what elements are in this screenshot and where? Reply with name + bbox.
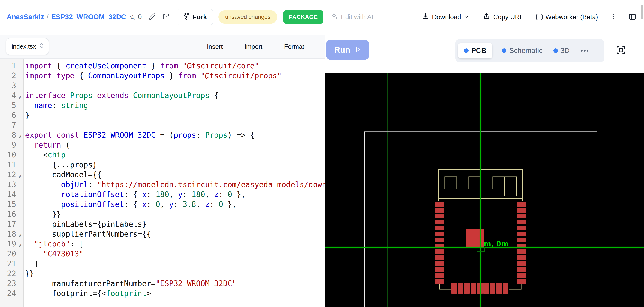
smd-pad-left[interactable] (435, 250, 444, 254)
code-line[interactable]: 15 positionOffset: { x: 0, y: 3.8, z: 0 … (0, 199, 325, 209)
smd-pad-bottom[interactable] (503, 283, 508, 294)
smd-pad-left[interactable] (435, 273, 444, 278)
tab-schematic[interactable]: Schematic (501, 46, 544, 55)
line-gutter[interactable]: 2 (0, 71, 24, 81)
line-gutter[interactable]: 14 (0, 190, 24, 199)
line-gutter[interactable]: 22 (0, 269, 24, 279)
smd-pad-left[interactable] (435, 214, 444, 219)
smd-pad-right[interactable] (517, 250, 526, 254)
menu-insert[interactable]: Insert (206, 43, 224, 50)
fork-button[interactable]: Fork (176, 9, 213, 25)
line-gutter[interactable]: 16 (0, 209, 24, 219)
pcb-canvas[interactable]: m, 0m (325, 73, 644, 307)
line-gutter[interactable]: 23 (0, 279, 24, 289)
line-gutter[interactable]: 11 (0, 160, 24, 170)
smd-pad-bottom[interactable] (458, 283, 463, 294)
line-gutter[interactable]: 8∨ (0, 130, 24, 140)
line-gutter[interactable]: 12∨ (0, 170, 24, 180)
code-line[interactable]: 5 name: string (0, 100, 325, 110)
smd-pad-bottom[interactable] (484, 283, 489, 294)
code-line[interactable]: 22}} (0, 269, 325, 279)
smd-pad-right[interactable] (517, 202, 526, 207)
code-line[interactable]: 9 return ( (0, 140, 325, 150)
line-gutter[interactable]: 13 (0, 180, 24, 190)
code-line[interactable]: 13 objUrl: "https://modelcdn.tscircuit.c… (0, 180, 325, 190)
smd-pad-right[interactable] (517, 232, 526, 236)
smd-pad-left[interactable] (435, 202, 444, 207)
code-line[interactable]: 19∨ "jlcpcb": [ (0, 239, 325, 249)
checkbox-icon[interactable] (536, 14, 542, 20)
line-gutter[interactable]: 3 (0, 81, 24, 91)
line-gutter[interactable]: 5 (0, 100, 24, 110)
tab-pcb[interactable]: PCB (458, 43, 492, 58)
smd-pad-bottom[interactable] (496, 283, 502, 294)
code-line[interactable]: 12∨ cadModel={{ (0, 170, 325, 180)
code-line[interactable]: 1import { createUseComponent } from "@ts… (0, 61, 325, 71)
menu-import[interactable]: Import (243, 43, 264, 50)
line-gutter[interactable]: 7 (0, 120, 24, 130)
code-line[interactable]: 21 ] (0, 259, 325, 269)
code-line[interactable]: 24 footprint={<footprint> (0, 289, 325, 299)
smd-pad-bottom[interactable] (451, 283, 457, 294)
smd-pad-right[interactable] (517, 273, 526, 278)
code-line[interactable]: 7 (0, 120, 325, 130)
line-gutter[interactable]: 18∨ (0, 229, 24, 239)
breadcrumb-owner-link[interactable]: AnasSarkiz (7, 13, 44, 21)
open-external-button[interactable] (162, 13, 170, 21)
page-scrollbar-thumb[interactable] (641, 5, 643, 19)
smd-pad-left[interactable] (435, 208, 444, 213)
smd-pad-right[interactable] (517, 220, 526, 225)
smd-pad-right[interactable] (517, 255, 526, 260)
breadcrumb-project-link[interactable]: ESP32_WROOM_32DC (51, 13, 126, 21)
code-line[interactable]: 2import type { CommonLayoutProps } from … (0, 71, 325, 81)
smd-pad-left[interactable] (435, 267, 444, 272)
code-line[interactable]: 18∨ supplierPartNumbers={{ (0, 229, 325, 239)
more-options-button[interactable] (610, 13, 617, 21)
smd-pad-bottom[interactable] (490, 283, 495, 294)
line-gutter[interactable]: 6 (0, 110, 24, 120)
fullscreen-button[interactable] (615, 44, 626, 56)
smd-pad-left[interactable] (435, 255, 444, 260)
line-gutter[interactable]: 17 (0, 219, 24, 229)
line-gutter[interactable]: 15 (0, 199, 24, 209)
smd-pad-left[interactable] (435, 226, 444, 230)
line-gutter[interactable]: 24 (0, 289, 24, 299)
smd-pad-right[interactable] (517, 261, 526, 266)
download-button[interactable]: Download (421, 12, 470, 21)
edit-with-ai-button[interactable]: Edit with AI (330, 12, 374, 22)
smd-pad-right[interactable] (517, 238, 526, 242)
smd-pad-right[interactable] (517, 226, 526, 230)
line-gutter[interactable]: 19∨ (0, 239, 24, 249)
smd-pad-left[interactable] (435, 238, 444, 242)
smd-pad-left[interactable] (435, 261, 444, 266)
code-line[interactable]: 8∨export const ESP32_WROOM_32DC = (props… (0, 130, 325, 140)
code-line[interactable]: 20 "C473013" (0, 249, 325, 259)
smd-pad-right[interactable] (517, 208, 526, 213)
code-line[interactable]: 14 rotationOffset: { x: 180, y: 180, z: … (0, 190, 325, 199)
code-line[interactable]: 17 pinLabels={pinLabels} (0, 219, 325, 229)
rename-button[interactable] (148, 13, 156, 21)
smd-pad-left[interactable] (435, 220, 444, 225)
line-gutter[interactable]: 10 (0, 150, 24, 160)
smd-pad-right[interactable] (517, 279, 526, 284)
smd-pad-bottom[interactable] (470, 283, 476, 294)
file-selector[interactable]: index.tsx (6, 38, 49, 55)
line-gutter[interactable]: 1 (0, 61, 24, 71)
code-line[interactable]: 4∨interface Props extends CommonLayoutPr… (0, 91, 325, 100)
code-line[interactable]: 10 <chip (0, 150, 325, 160)
toggle-sidebar-button[interactable] (628, 13, 636, 21)
line-gutter[interactable]: 21 (0, 259, 24, 269)
center-thermal-pad[interactable] (466, 229, 484, 247)
copy-url-button[interactable]: Copy URL (482, 12, 524, 21)
code-line[interactable]: 11 {...props} (0, 160, 325, 170)
menu-format[interactable]: Format (283, 43, 305, 50)
line-gutter[interactable]: 20 (0, 249, 24, 259)
more-tabs-button[interactable] (579, 50, 590, 51)
line-gutter[interactable]: 9 (0, 140, 24, 150)
smd-pad-bottom[interactable] (477, 283, 482, 294)
smd-pad-right[interactable] (517, 267, 526, 272)
smd-pad-left[interactable] (435, 232, 444, 236)
line-gutter[interactable]: 4∨ (0, 91, 24, 100)
code-line[interactable]: 23 manufacturerPartNumber="ESP32_WROOM_3… (0, 279, 325, 289)
webworker-toggle[interactable]: Webworker (Beta) (536, 13, 598, 21)
